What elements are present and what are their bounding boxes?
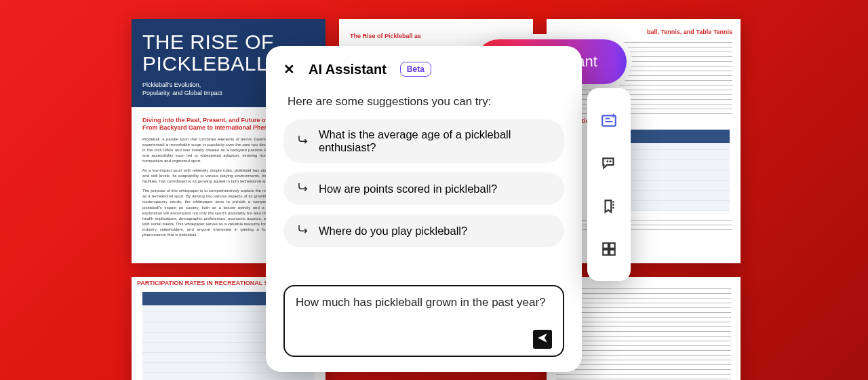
doc-subtitle: Pickleball's Evolution, Popularity, and … <box>142 81 231 97</box>
suggestion-text: What is the average age of a pickleball … <box>319 128 551 154</box>
suggestion-text: How are points scored in pickleball? <box>319 183 497 195</box>
summary-card-icon[interactable] <box>599 111 619 131</box>
beta-badge: Beta <box>400 62 431 77</box>
reply-arrow-icon <box>297 223 309 238</box>
chat-icon[interactable] <box>599 153 619 174</box>
suggestion-item[interactable]: How are points scored in pickleball? <box>283 172 564 205</box>
bookmark-icon[interactable] <box>599 196 619 216</box>
svg-rect-4 <box>610 250 615 255</box>
close-icon[interactable]: ✕ <box>283 61 295 77</box>
panel-title: AI Assistant <box>309 62 387 77</box>
chat-input[interactable]: How much has pickleball grown in the pas… <box>283 285 564 357</box>
reply-arrow-icon <box>297 181 309 196</box>
suggestion-item[interactable]: What is the average age of a pickleball … <box>283 119 564 163</box>
send-button[interactable] <box>533 330 552 349</box>
tool-rail <box>587 88 631 281</box>
chat-input-text: How much has pickleball grown in the pas… <box>296 296 552 330</box>
suggestion-text: Where do you play pickleball? <box>319 225 467 238</box>
svg-rect-3 <box>603 250 608 255</box>
send-icon <box>536 332 549 347</box>
grid-icon[interactable] <box>599 239 619 259</box>
svg-rect-2 <box>610 243 615 248</box>
svg-rect-1 <box>603 243 608 248</box>
assistant-panel: ✕ AI Assistant Beta Here are some sugges… <box>266 46 582 372</box>
reply-arrow-icon <box>297 134 309 149</box>
doc-body-text <box>556 286 731 380</box>
doc-right-heading: ball, Tennis, and Table Tennis <box>555 28 732 36</box>
suggestions-intro: Here are some suggestions you can try: <box>288 95 560 109</box>
suggestion-item[interactable]: Where do you play pickleball? <box>283 214 564 247</box>
